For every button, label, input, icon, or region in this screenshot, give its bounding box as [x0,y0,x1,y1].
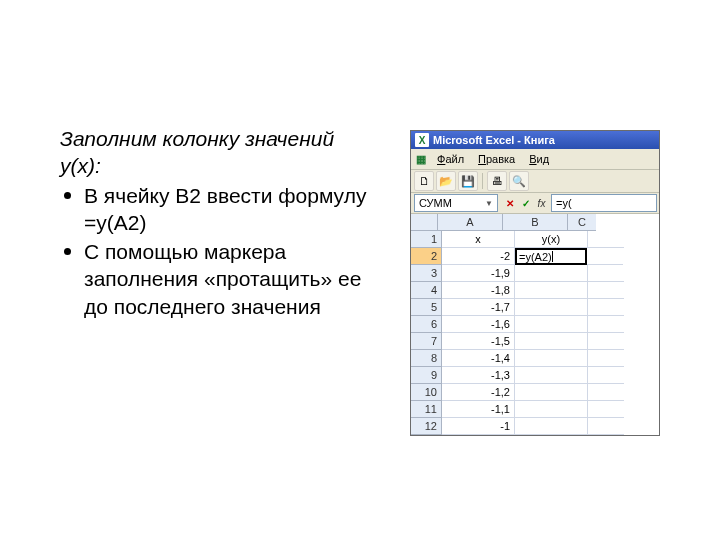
chevron-down-icon[interactable]: ▼ [485,199,493,208]
cell-A3[interactable]: -1,9 [442,265,515,282]
intro-line: Заполним колонку значений y(x): [60,125,370,180]
row-header[interactable]: 3 [411,265,442,282]
window-title: Microsoft Excel - Книга [433,134,555,146]
excel-doc-icon: ▦ [413,151,429,167]
row-header[interactable]: 6 [411,316,442,333]
row-header[interactable]: 8 [411,350,442,367]
cell-A11[interactable]: -1,1 [442,401,515,418]
cell-B10[interactable] [515,384,588,401]
instruction-text: Заполним колонку значений y(x): В ячейку… [60,125,370,322]
excel-window: X Microsoft Excel - Книга ▦ Файл Правка … [410,130,660,436]
cell-C10[interactable] [588,384,624,401]
cell-A10[interactable]: -1,2 [442,384,515,401]
preview-icon[interactable]: 🔍 [509,171,529,191]
cell-C6[interactable] [588,316,624,333]
toolbar-separator [482,173,483,189]
cell-C2[interactable] [587,248,623,265]
cell-A6[interactable]: -1,6 [442,316,515,333]
cell-C9[interactable] [588,367,624,384]
cell-A7[interactable]: -1,5 [442,333,515,350]
cell-C3[interactable] [588,265,624,282]
menubar: ▦ Файл Правка Вид [411,149,659,170]
row-7: 7 -1,5 [411,333,659,350]
col-header-B[interactable]: B [503,214,568,231]
cell-B7[interactable] [515,333,588,350]
cell-B3[interactable] [515,265,588,282]
row-header[interactable]: 7 [411,333,442,350]
cell-A2[interactable]: -2 [442,248,515,265]
row-5: 5 -1,7 [411,299,659,316]
cell-B5[interactable] [515,299,588,316]
cell-C1[interactable] [588,231,624,248]
row-1: 1 x y(x) [411,231,659,248]
enter-icon[interactable]: ✓ [518,196,533,211]
row-header[interactable]: 9 [411,367,442,384]
cell-B9[interactable] [515,367,588,384]
spreadsheet-grid[interactable]: A B C 1 x y(x) 2 -2 =y(A2) 3 -1,9 4 -1,8 [411,214,659,435]
column-header-row: A B C [411,214,659,231]
new-icon[interactable]: 🗋 [414,171,434,191]
cell-C8[interactable] [588,350,624,367]
cell-A12[interactable]: -1 [442,418,515,435]
print-icon[interactable]: 🖶 [487,171,507,191]
row-6: 6 -1,6 [411,316,659,333]
row-header[interactable]: 5 [411,299,442,316]
cell-A9[interactable]: -1,3 [442,367,515,384]
row-8: 8 -1,4 [411,350,659,367]
formula-bar-row: СУММ ▼ ✕ ✓ fx =y( [411,193,659,214]
cell-B11[interactable] [515,401,588,418]
cell-C11[interactable] [588,401,624,418]
open-icon[interactable]: 📂 [436,171,456,191]
col-header-C[interactable]: C [568,214,596,231]
col-header-A[interactable]: A [438,214,503,231]
save-icon[interactable]: 💾 [458,171,478,191]
row-11: 11 -1,1 [411,401,659,418]
name-box[interactable]: СУММ ▼ [414,194,498,212]
row-header[interactable]: 4 [411,282,442,299]
row-9: 9 -1,3 [411,367,659,384]
text-cursor [552,251,553,262]
menu-file[interactable]: Файл [431,151,470,167]
cell-A5[interactable]: -1,7 [442,299,515,316]
row-4: 4 -1,8 [411,282,659,299]
cell-B8[interactable] [515,350,588,367]
row-2: 2 -2 =y(A2) [411,248,659,265]
excel-app-icon: X [415,133,429,147]
fx-icon[interactable]: fx [534,196,549,211]
cancel-icon[interactable]: ✕ [502,196,517,211]
cell-B4[interactable] [515,282,588,299]
titlebar: X Microsoft Excel - Книга [411,131,659,149]
cell-B6[interactable] [515,316,588,333]
cell-A8[interactable]: -1,4 [442,350,515,367]
bullet-1: В ячейку B2 ввести формулу =y(A2) [60,182,370,237]
cell-A4[interactable]: -1,8 [442,282,515,299]
toolbar: 🗋 📂 💾 🖶 🔍 [411,170,659,193]
row-header[interactable]: 12 [411,418,442,435]
menu-edit[interactable]: Правка [472,151,521,167]
cell-C5[interactable] [588,299,624,316]
formula-bar[interactable]: =y( [551,194,657,212]
row-header[interactable]: 11 [411,401,442,418]
row-3: 3 -1,9 [411,265,659,282]
cell-B2-editing[interactable]: =y(A2) [515,248,587,265]
row-header[interactable]: 10 [411,384,442,401]
row-12: 12 -1 [411,418,659,435]
row-header[interactable]: 2 [411,248,442,265]
cell-C7[interactable] [588,333,624,350]
select-all-corner[interactable] [411,214,438,231]
menu-view[interactable]: Вид [523,151,555,167]
cell-B1[interactable]: y(x) [515,231,588,248]
cell-C12[interactable] [588,418,624,435]
row-10: 10 -1,2 [411,384,659,401]
cell-B12[interactable] [515,418,588,435]
bullet-2: С помощью маркера заполнения «протащить»… [60,238,370,320]
cell-A1[interactable]: x [442,231,515,248]
row-header[interactable]: 1 [411,231,442,248]
cell-C4[interactable] [588,282,624,299]
